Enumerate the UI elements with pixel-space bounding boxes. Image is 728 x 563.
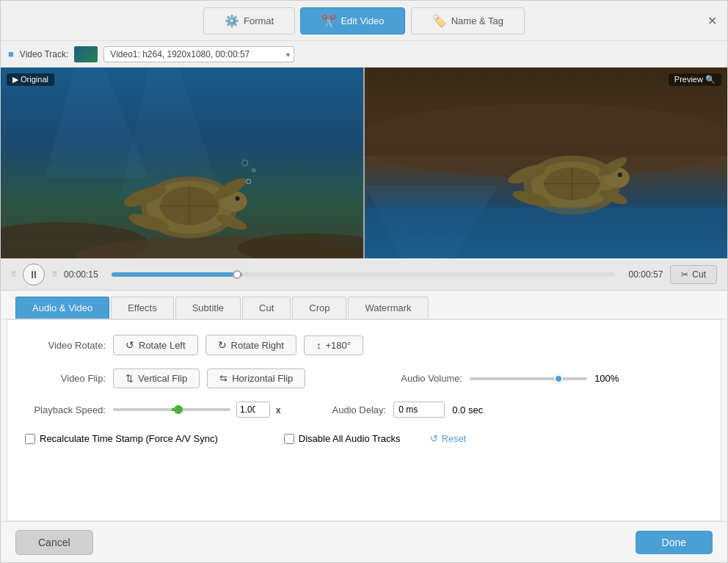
done-button[interactable]: Done <box>636 531 713 554</box>
vertical-flip-button[interactable]: ⇅ Vertical Flip <box>113 368 200 388</box>
cancel-button[interactable]: Cancel <box>15 530 93 555</box>
edit-video-icon: ✂️ <box>321 14 336 28</box>
preview-badge: Preview 🔍 <box>669 73 721 86</box>
original-video-svg <box>1 68 363 258</box>
progress-fill <box>112 272 242 277</box>
original-video-panel: ▶ Original <box>1 68 365 258</box>
rotate-180-label: +180° <box>325 340 350 351</box>
disable-audio-checkbox[interactable] <box>284 434 294 444</box>
edit-video-tab-label: Edit Video <box>341 15 384 26</box>
edit-tabs-bar: Audio & Video Effects Subtitle Cut Crop … <box>1 291 727 319</box>
recalculate-checkbox-row: Recalculate Time Stamp (Force A/V Sync) <box>25 433 218 444</box>
video-track-select[interactable]: Video1: h264, 1920x1080, 00:00:57 <box>103 46 294 62</box>
tab-watermark-label: Watermark <box>365 302 411 313</box>
audio-delay-section: Audio Delay: 0.0 sec <box>332 402 484 418</box>
tab-crop[interactable]: Crop <box>292 297 346 319</box>
reset-button[interactable]: ↺ Reset <box>423 431 474 446</box>
svg-point-32 <box>618 172 622 177</box>
pause-button[interactable]: ⏸ <box>23 264 45 286</box>
tab-effects[interactable]: Effects <box>111 297 174 319</box>
tab-cut[interactable]: Cut <box>242 297 291 319</box>
rotate-left-button[interactable]: ↺ Rotate Left <box>113 335 198 355</box>
tab-watermark[interactable]: Watermark <box>348 297 428 319</box>
video-flip-row: Video Flip: ⇅ Vertical Flip ⇆ Horizontal… <box>25 368 703 388</box>
horizontal-flip-icon: ⇆ <box>219 373 228 384</box>
format-tab[interactable]: ⚙️ Format <box>203 7 295 34</box>
current-time-label: 00:00:15 <box>64 269 104 280</box>
disable-audio-checkbox-row: Disable All Audio Tracks <box>284 433 401 444</box>
speed-input[interactable] <box>236 402 270 418</box>
cut-button-label: Cut <box>692 269 706 280</box>
preview-badge-text: Preview 🔍 <box>674 75 716 84</box>
close-button[interactable]: ✕ <box>705 14 718 27</box>
volume-slider[interactable] <box>470 377 587 380</box>
speed-handle[interactable] <box>174 405 183 414</box>
name-tag-icon: 🏷️ <box>432 14 447 28</box>
progress-bar[interactable] <box>112 272 615 277</box>
tab-audio-video[interactable]: Audio & Video <box>15 297 109 319</box>
reset-icon: ↺ <box>430 433 438 444</box>
video-track-icon: ■ <box>8 48 14 59</box>
svg-point-12 <box>236 196 240 200</box>
title-bar: ⚙️ Format ✂️ Edit Video 🏷️ Name & Tag ✕ <box>1 1 727 41</box>
video-flip-label: Video Flip: <box>25 373 106 384</box>
audio-volume-label: Audio Volume: <box>401 373 462 384</box>
audio-volume-section: Audio Volume: 100% <box>401 373 619 384</box>
edit-panel: Video Rotate: ↺ Rotate Left ↻ Rotate Rig… <box>7 319 721 521</box>
tab-crop-label: Crop <box>309 302 330 313</box>
horizontal-flip-button[interactable]: ⇆ Horizontal Flip <box>207 368 305 388</box>
audio-volume-value: 100% <box>594 373 619 384</box>
audio-delay-input[interactable] <box>393 402 445 418</box>
rotate-right-icon: ↻ <box>218 339 227 351</box>
original-video-scene <box>1 68 363 258</box>
name-tag-tab[interactable]: 🏷️ Name & Tag <box>411 7 525 34</box>
tab-subtitle-label: Subtitle <box>192 302 224 313</box>
videos-row: ▶ Original <box>1 68 727 258</box>
format-tab-label: Format <box>244 15 274 26</box>
original-badge: ▶ Original <box>7 73 54 86</box>
vertical-flip-icon: ⇅ <box>125 373 134 384</box>
main-tab-group: ⚙️ Format ✂️ Edit Video 🏷️ Name & Tag <box>203 7 525 34</box>
preview-video-svg <box>365 68 727 258</box>
volume-fill <box>470 377 587 380</box>
svg-rect-37 <box>365 207 727 258</box>
bottom-bar: Cancel Done <box>1 521 727 562</box>
edit-video-tab[interactable]: ✂️ Edit Video <box>300 7 405 34</box>
video-track-label: Video Track: <box>20 49 68 59</box>
main-window: ⚙️ Format ✂️ Edit Video 🏷️ Name & Tag ✕ … <box>0 0 728 563</box>
progress-handle[interactable] <box>233 270 241 279</box>
speed-slider[interactable] <box>113 408 230 411</box>
rotate-180-button[interactable]: ↕ +180° <box>304 335 363 355</box>
video-track-bar: ■ Video Track: Video1: h264, 1920x1080, … <box>1 41 727 68</box>
playback-speed-label: Playback Speed: <box>25 404 106 415</box>
rotate-right-label: Rotate Right <box>231 340 284 351</box>
audio-delay-sec-label: 0.0 sec <box>452 404 483 415</box>
preview-video-panel: Preview 🔍 <box>365 68 727 258</box>
recalculate-checkbox[interactable] <box>25 434 35 444</box>
scissors-icon: ✂ <box>681 269 688 280</box>
track-dropdown-wrapper: Video1: h264, 1920x1080, 00:00:57 ▾ <box>103 46 294 62</box>
name-tag-tab-label: Name & Tag <box>451 15 503 26</box>
rotate-left-icon: ↺ <box>125 339 134 351</box>
cut-button[interactable]: ✂ Cut <box>670 265 717 284</box>
volume-handle[interactable] <box>554 374 563 383</box>
tab-effects-label: Effects <box>128 302 157 313</box>
checkbox-row: Recalculate Time Stamp (Force A/V Sync) … <box>25 431 703 446</box>
horizontal-flip-label: Horizontal Flip <box>232 373 293 384</box>
rotate-180-icon: ↕ <box>316 340 321 351</box>
disable-audio-label: Disable All Audio Tracks <box>299 433 401 444</box>
recalculate-label: Recalculate Time Stamp (Force A/V Sync) <box>40 433 218 444</box>
format-icon: ⚙️ <box>225 14 239 28</box>
speed-unit-label: x <box>276 404 281 415</box>
grip-left-icon: ⠿ <box>11 270 15 278</box>
playback-bar: ⠿ ⏸ ⠿ 00:00:15 00:00:57 ✂ Cut <box>1 258 727 291</box>
reset-label: Reset <box>442 433 467 444</box>
speed-slider-container: x <box>113 402 281 418</box>
preview-video-scene <box>365 68 727 258</box>
total-time-label: 00:00:57 <box>622 269 663 280</box>
grip-right-icon: ⠿ <box>52 270 57 278</box>
rotate-right-button[interactable]: ↻ Rotate Right <box>205 335 296 355</box>
vertical-flip-label: Vertical Flip <box>138 373 187 384</box>
tab-subtitle[interactable]: Subtitle <box>175 297 241 319</box>
track-thumb-icon <box>74 46 98 62</box>
